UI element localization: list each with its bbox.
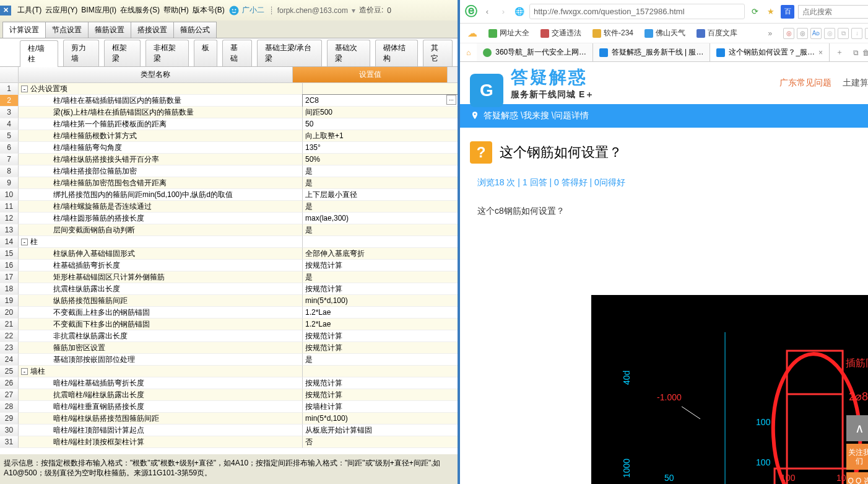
row-value[interactable]: 否	[303, 436, 458, 448]
tool-icon[interactable]: ↓	[851, 28, 862, 39]
table-row[interactable]: 14-柱	[0, 236, 458, 248]
table-row[interactable]: 11柱/墙柱螺旋箍筋是否连续通过是	[0, 201, 458, 213]
tab-stirrup[interactable]: 箍筋设置	[88, 22, 131, 38]
menu-cloud[interactable]: 云应用(Y)	[44, 4, 79, 17]
search-engine-icon[interactable]: 百	[781, 5, 794, 19]
new-tab-button[interactable]: ＋	[830, 43, 849, 61]
expander-icon[interactable]: -	[21, 86, 28, 92]
row-value[interactable]: 按规范计算	[303, 330, 458, 342]
cloud-icon[interactable]: ☁	[467, 27, 477, 39]
qq-button[interactable]: Q Q 咨询	[846, 472, 868, 484]
tab-tool-icon[interactable]: 🗑	[862, 48, 868, 57]
col-value[interactable]: 设置值	[293, 67, 448, 82]
tool-icon[interactable]: ⚙	[865, 28, 868, 39]
row-value[interactable]: 50%	[303, 154, 458, 165]
tool-icon[interactable]: ◎	[783, 28, 794, 39]
tab-tool-icon[interactable]: ⧉	[853, 48, 859, 57]
table-row[interactable]: 20不变截面上柱多出的钢筋锚固1.2*Lae	[0, 307, 458, 319]
subtab-column[interactable]: 柱/墙柱	[20, 40, 58, 67]
tool-icon[interactable]: ◎	[824, 28, 835, 39]
forward-icon[interactable]: ›	[497, 6, 510, 18]
row-value[interactable]: 向上取整+1	[303, 130, 458, 142]
table-row[interactable]: 22非抗震柱纵筋露出长度按规范计算	[0, 330, 458, 342]
row-value[interactable]: 间距500	[303, 107, 458, 118]
grid-body[interactable]: 1-公共设置项2柱/墙柱在基础插筋锚固区内的箍筋数量2C8···3梁(板)上柱/…	[0, 83, 458, 454]
star-icon[interactable]: ★	[765, 6, 777, 18]
user-dropdown-icon[interactable]: ▾	[350, 5, 357, 16]
row-value[interactable]: min(5*d,100)	[303, 413, 458, 425]
table-row[interactable]: 26暗柱/端柱基础插筋弯折长度按规范计算	[0, 377, 458, 389]
fav-item[interactable]: 网址大全	[488, 28, 529, 38]
site-logo-icon[interactable]: G	[470, 74, 503, 107]
fav-more-icon[interactable]: »	[768, 29, 772, 38]
row-value[interactable]: 全部伸入基底弯折	[303, 248, 458, 260]
row-value[interactable]: 上下层最小直径	[303, 189, 458, 201]
tool-icon[interactable]: Aᴅ	[810, 28, 822, 39]
menu-help[interactable]: 帮助(H)	[162, 4, 190, 17]
expander-icon[interactable]: -	[21, 368, 28, 375]
table-row[interactable]: 5柱/墙柱箍筋根数计算方式向上取整+1	[0, 130, 458, 142]
table-row[interactable]: 31暗柱/端柱封顶按框架柱计算否	[0, 436, 458, 448]
brand[interactable]: 广小二	[227, 2, 267, 18]
table-row[interactable]: 29暗柱/端柱纵筋搭接范围箍筋间距min(5*d,100)	[0, 413, 458, 425]
table-row[interactable]: 21不变截面下柱多出的钢筋锚固1.2*Lae	[0, 319, 458, 330]
subtab-nonframe[interactable]: 非框架梁	[145, 40, 189, 66]
menu-online[interactable]: 在线服务(S)	[119, 4, 161, 17]
subtab-found-sec[interactable]: 基础次梁	[327, 40, 370, 66]
menu-bim[interactable]: BIM应用(I)	[80, 4, 118, 17]
row-value[interactable]	[303, 236, 458, 248]
table-row[interactable]: 2柱/墙柱在基础插筋锚固区内的箍筋数量2C8···	[0, 95, 458, 107]
fav-item[interactable]: 交通违法	[540, 28, 581, 38]
fav-item[interactable]: 佛山天气	[644, 28, 685, 38]
row-value[interactable]: max(lae,300)	[303, 213, 458, 224]
browser-tab[interactable]: 这个钢筋如何设置？_服…×	[710, 43, 830, 61]
row-value[interactable]: 50	[303, 118, 458, 130]
row-value[interactable]: 2C8···	[303, 95, 458, 107]
table-row[interactable]: 25-墙柱	[0, 366, 458, 377]
row-value[interactable]: 是	[303, 165, 458, 177]
browser-tab[interactable]: 360导航_新一代安全上网…	[477, 43, 593, 61]
row-value[interactable]: 是	[303, 177, 458, 189]
breadcrumb[interactable]: 答疑解惑 \我来搜 \问题详情	[460, 104, 868, 128]
table-row[interactable]: 13层间变截面钢筋自动判断是	[0, 224, 458, 236]
question-stats[interactable]: 浏览18 次 | 1 回答 | 0 答得好 | 0问得好	[460, 177, 868, 195]
table-row[interactable]: 12柱/墙柱圆形箍筋的搭接长度max(lae,300)	[0, 213, 458, 224]
table-row[interactable]: 9柱/墙柱箍筋加密范围包含错开距离是	[0, 177, 458, 189]
menu-tools[interactable]: 工具(T)	[16, 4, 43, 17]
tab-calc[interactable]: 计算设置	[2, 22, 46, 38]
row-value[interactable]: min(5*d,100)	[303, 295, 458, 307]
tab-node[interactable]: 节点设置	[45, 22, 89, 38]
row-value[interactable]: 按规范计算	[303, 260, 458, 271]
row-value[interactable]: 是	[303, 201, 458, 213]
row-value[interactable]: 是	[303, 224, 458, 236]
tool-icon[interactable]: ⧉	[838, 28, 849, 39]
subtab-other[interactable]: 其它	[423, 40, 453, 66]
table-row[interactable]: 19纵筋搭接范围箍筋间距min(5*d,100)	[0, 295, 458, 307]
row-value[interactable]: 135°	[303, 142, 458, 154]
table-row[interactable]: 8柱/墙柱搭接部位箍筋加密是	[0, 165, 458, 177]
table-row[interactable]: 10绑扎搭接范围内的箍筋间距min(5d,100)中,纵筋d的取值上下层最小直径	[0, 189, 458, 201]
url-input[interactable]: http://e.fwxgx.com/question_1572986.html	[529, 4, 745, 19]
subtab-shearwall[interactable]: 剪力墙	[63, 40, 100, 66]
back-icon[interactable]: ‹	[481, 6, 493, 18]
row-value[interactable]: 从板底开始计算锚固	[303, 425, 458, 436]
follow-button[interactable]: 关注我们	[846, 444, 868, 470]
browser-logo-icon[interactable]: ⓔ	[465, 6, 477, 18]
row-value[interactable]: 是	[303, 354, 458, 366]
table-row[interactable]: 18抗震柱纵筋露出长度按规范计算	[0, 283, 458, 295]
table-row[interactable]: 6柱/墙柱箍筋弯勾角度135°	[0, 142, 458, 154]
subtab-slab[interactable]: 板	[194, 40, 217, 66]
cad-drawing[interactable]: -1.000 40d 1000 100 100 50 100 100 100	[591, 295, 868, 484]
table-row[interactable]: 28暗柱/端柱垂直钢筋搭接长度按墙柱计算	[0, 401, 458, 413]
row-value[interactable]: 是	[303, 271, 458, 283]
table-row[interactable]: 3梁(板)上柱/墙柱在插筋锚固区内的箍筋数量间距500	[0, 107, 458, 118]
user-email[interactable]: forpk.chen@163.com	[276, 5, 349, 16]
fav-item[interactable]: 百度文库	[697, 28, 737, 38]
table-row[interactable]: 7柱/墙柱纵筋搭接接头错开百分率50%	[0, 154, 458, 165]
browser-tab[interactable]: 答疑解惑_服务新干线 | 服…	[593, 43, 710, 61]
subtab-foundation[interactable]: 基础	[222, 40, 252, 66]
subtab-frame-beam[interactable]: 框架梁	[104, 40, 141, 66]
close-icon[interactable]: ✕	[0, 6, 11, 15]
table-row[interactable]: 27抗震暗柱/端柱纵筋露出长度按规范计算	[0, 389, 458, 401]
row-value[interactable]	[303, 83, 458, 95]
